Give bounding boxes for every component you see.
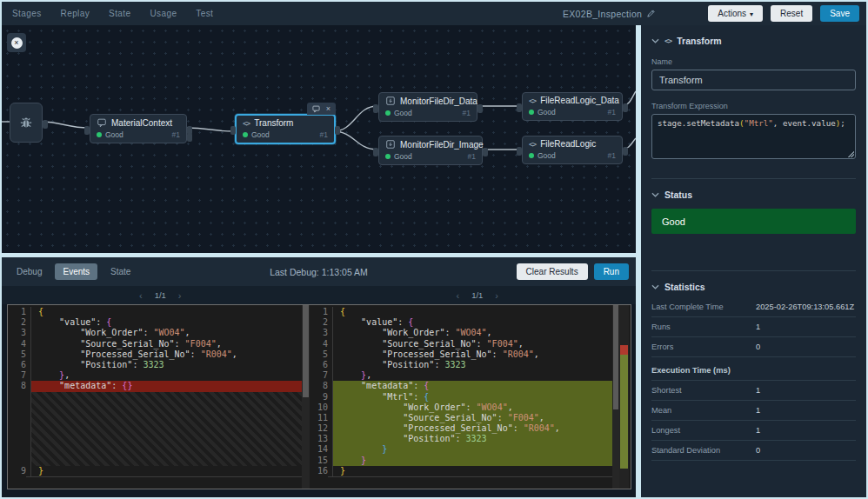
run-count: #1 bbox=[608, 151, 616, 160]
node-title: <>FileReadLogic bbox=[523, 136, 622, 150]
input-port[interactable] bbox=[230, 126, 236, 135]
line-content: "Position": 3323 bbox=[333, 360, 612, 370]
line-number: 14 bbox=[310, 444, 333, 455]
run-button[interactable]: Run bbox=[594, 263, 629, 280]
edit-title-icon[interactable] bbox=[646, 9, 656, 18]
code-token: , bbox=[539, 413, 544, 422]
error-port[interactable] bbox=[187, 133, 192, 142]
last-debug-time: Last Debug: 1:13:05 AM bbox=[270, 267, 368, 277]
line-content: "Source_Serial_No": "F004", bbox=[31, 339, 302, 349]
diff-overview-ruler[interactable] bbox=[619, 305, 629, 489]
stats-row: Runs1 bbox=[651, 317, 856, 337]
code-token: , bbox=[555, 423, 560, 433]
node-Transform[interactable]: <>TransformGood#1× bbox=[235, 114, 336, 144]
menu-item-test[interactable]: Test bbox=[196, 9, 213, 18]
input-port[interactable] bbox=[373, 104, 378, 113]
scrollbar-thumb[interactable] bbox=[303, 305, 309, 397]
input-port[interactable] bbox=[84, 126, 90, 135]
code-token bbox=[340, 403, 403, 412]
inspector-section-status[interactable]: Status bbox=[651, 190, 856, 200]
chevron-down-icon[interactable] bbox=[651, 38, 659, 43]
pipeline-canvas[interactable]: × MaterialContextGood#1<>TransformGood#1… bbox=[2, 25, 636, 253]
menu-item-state[interactable]: State bbox=[109, 9, 130, 18]
scrollbar-thumb[interactable] bbox=[613, 305, 618, 409]
status-dot bbox=[529, 110, 534, 115]
chevron-down-icon[interactable] bbox=[651, 192, 659, 197]
node-FileReadLogic[interactable]: <>FileReadLogicGood#1 bbox=[522, 136, 623, 164]
chevron-left-icon[interactable]: ‹ bbox=[139, 290, 143, 301]
node-MaterialContext[interactable]: MaterialContextGood#1 bbox=[90, 114, 187, 143]
tab-state[interactable]: State bbox=[103, 263, 138, 280]
reset-button[interactable]: Reset bbox=[771, 5, 812, 22]
code-token: 3323 bbox=[444, 360, 465, 369]
content-end bbox=[328, 476, 612, 477]
menu-item-stages[interactable]: Stages bbox=[12, 9, 42, 18]
code-token: : bbox=[111, 381, 122, 390]
comment-icon[interactable] bbox=[312, 105, 320, 113]
node-MonitorFileDir_Image[interactable]: MonitorFileDir_ImageGood#1 bbox=[378, 136, 483, 165]
status-dot bbox=[385, 110, 391, 116]
output-port[interactable] bbox=[623, 103, 628, 112]
deselect-button[interactable]: × bbox=[7, 33, 26, 52]
close-icon: × bbox=[11, 37, 23, 49]
line-number: 3 bbox=[310, 328, 333, 338]
debug-actions: Clear Results Run bbox=[517, 263, 629, 280]
inspector-section-statistics[interactable]: Statistics bbox=[651, 282, 856, 292]
line-number: 6 bbox=[310, 360, 333, 370]
tab-events[interactable]: Events bbox=[55, 263, 97, 280]
output-port[interactable] bbox=[335, 126, 340, 135]
code-token: : bbox=[143, 328, 153, 337]
diff-line: 7 }, bbox=[310, 370, 612, 381]
run-count: #1 bbox=[320, 130, 328, 139]
code-token bbox=[340, 413, 403, 422]
close-icon[interactable]: × bbox=[326, 104, 331, 113]
code-token bbox=[340, 456, 361, 465]
menu-item-replay[interactable]: Replay bbox=[61, 9, 90, 18]
inspector-section-transform[interactable]: <> Transform bbox=[651, 36, 856, 46]
name-input[interactable] bbox=[651, 70, 856, 90]
code-icon: <> bbox=[529, 96, 536, 105]
tab-debug[interactable]: Debug bbox=[9, 263, 50, 280]
node-MonitorFileDir_Data[interactable]: MonitorFileDir_DataGood#1 bbox=[378, 92, 477, 122]
node-status: Good#1 bbox=[379, 108, 477, 121]
actions-button[interactable]: Actions▾ bbox=[708, 5, 763, 22]
diff-line: 12 "Processed_Serial_No": "R004", bbox=[310, 423, 612, 434]
diff-line: 4 "Source_Serial_No": "F004", bbox=[310, 339, 612, 349]
save-button[interactable]: Save bbox=[820, 5, 859, 22]
diff-line: 3 "Work_Order": "WO04", bbox=[310, 328, 612, 338]
output-port[interactable] bbox=[483, 148, 488, 156]
content-end bbox=[26, 476, 302, 477]
code-token: "R004" bbox=[503, 349, 534, 359]
node-trigger[interactable] bbox=[10, 103, 43, 143]
clear-results-button[interactable]: Clear Results bbox=[517, 263, 588, 280]
node-status: Good#1 bbox=[90, 130, 186, 143]
input-port[interactable] bbox=[517, 103, 522, 112]
node-title: MonitorFileDir_Image bbox=[379, 136, 482, 151]
expression-label: Transform Expression bbox=[651, 102, 856, 110]
code-token: , bbox=[518, 339, 524, 349]
expression-editor[interactable]: stage.setMetadata("Mtrl", event.value); bbox=[651, 114, 856, 159]
line-number: 16 bbox=[310, 466, 333, 476]
code-token: stage.setMetadata bbox=[658, 118, 739, 128]
chevron-left-icon[interactable]: ‹ bbox=[456, 290, 459, 301]
status-text: Good bbox=[394, 109, 412, 117]
input-port[interactable] bbox=[373, 148, 378, 156]
code-token: , bbox=[534, 349, 539, 359]
code-token: 3323 bbox=[466, 434, 487, 443]
menu-item-usage[interactable]: Usage bbox=[150, 9, 177, 18]
node-title: MonitorFileDir_Data bbox=[379, 93, 477, 108]
chevron-down-icon[interactable] bbox=[651, 284, 659, 289]
scrollbar[interactable] bbox=[302, 305, 310, 489]
chevron-right-icon[interactable]: › bbox=[495, 290, 498, 301]
code-token: ; bbox=[840, 118, 845, 128]
input-port[interactable] bbox=[517, 147, 522, 156]
node-FileReadLogic_Data[interactable]: <>FileReadLogic_DataGood#1 bbox=[522, 92, 623, 121]
resize-grip[interactable] bbox=[847, 150, 854, 157]
scrollbar[interactable] bbox=[612, 305, 619, 489]
page-indicator: 1/1 bbox=[155, 290, 166, 300]
output-port[interactable] bbox=[43, 120, 48, 129]
output-port[interactable] bbox=[477, 104, 483, 113]
stats-row: Last Complete Time2025-02-26T09:13:05.66… bbox=[651, 297, 856, 317]
chevron-right-icon[interactable]: › bbox=[178, 290, 182, 301]
output-port[interactable] bbox=[623, 147, 628, 156]
